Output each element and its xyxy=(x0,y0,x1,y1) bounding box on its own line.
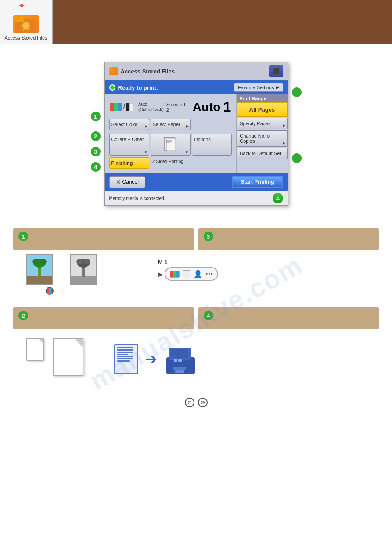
section-3-content: M 1 ▶ 👤 ••• xyxy=(158,259,218,281)
options-label: Options xyxy=(194,137,211,142)
specify-pages-button[interactable]: Specify Pages xyxy=(237,118,287,129)
svg-rect-6 xyxy=(118,103,122,111)
favorite-button[interactable]: Favorite Settings xyxy=(234,83,283,92)
color-indicator-icon xyxy=(47,288,52,294)
m1-dots-icon: ••• xyxy=(206,271,213,277)
doc-line-3 xyxy=(117,352,133,353)
dialog-right-panel: Print Range All Pages Specify Pages Chan… xyxy=(236,94,287,173)
color-image xyxy=(26,254,53,285)
dialog-left-panel: / Auto (Color/Black) Selected: 2 Auto 1 xyxy=(105,94,237,173)
svg-point-19 xyxy=(32,259,40,264)
svg-rect-35 xyxy=(174,359,177,362)
callout-1: 1 xyxy=(91,112,101,121)
slash-divider: / xyxy=(123,103,125,111)
select-color-button[interactable]: Select Color xyxy=(109,119,149,130)
start-printing-label: Start Printing xyxy=(241,179,274,185)
change-copies-button[interactable]: Change No. of Copies xyxy=(237,130,287,147)
section-number-2: 2 xyxy=(18,311,28,320)
section-box-1: 1 xyxy=(13,228,194,250)
status-bar: Ready to print. Favorite Settings xyxy=(105,80,288,94)
document-icon-large xyxy=(114,344,138,374)
color-swatch: / xyxy=(110,103,133,111)
all-pages-label: All Pages xyxy=(249,106,275,113)
doc-line-1 xyxy=(117,347,133,348)
callout-3: 3 xyxy=(91,147,101,156)
m1-label: M 1 xyxy=(158,259,218,265)
m1-icons-box: 👤 ••• xyxy=(165,267,218,281)
page-1-icon: ⊙ xyxy=(187,399,192,406)
printer-svg xyxy=(164,344,197,376)
copies-number: 1 xyxy=(223,99,231,115)
collate-button[interactable]: Collate + Other xyxy=(109,134,149,156)
page-2-indicator[interactable]: ⊚ xyxy=(198,398,208,407)
back-default-label: Back to Default Set xyxy=(240,151,281,156)
pagination-row: ⊙ ⊚ xyxy=(13,398,379,407)
doc-line-4 xyxy=(117,354,128,355)
select-paper-button[interactable]: Select Paper xyxy=(151,119,191,130)
eject-icon: ⏏ xyxy=(275,195,280,201)
dialog-close-button[interactable] xyxy=(269,65,283,77)
dialog-title: Access Stored Files xyxy=(109,67,175,75)
dialog-titlebar: Access Stored Files xyxy=(105,62,288,80)
cancel-label: Cancel xyxy=(122,179,139,185)
svg-rect-5 xyxy=(114,103,118,111)
paper-large-icon xyxy=(53,338,83,376)
m1-arrow-icon: ▶ xyxy=(158,271,163,278)
dialog-title-text: Access Stored Files xyxy=(121,68,175,75)
cancel-x-icon: ✕ xyxy=(116,179,121,185)
svg-rect-1 xyxy=(15,18,24,22)
collate-label: Collate + Other xyxy=(111,137,144,142)
printer-machine-icon xyxy=(164,344,195,374)
eject-button[interactable]: ⏏ xyxy=(273,193,283,203)
page-1-indicator[interactable]: ⊙ xyxy=(185,398,194,407)
section-number-1: 1 xyxy=(18,232,28,241)
callout-2: 2 xyxy=(91,131,101,141)
section-1-content: M 1 ▶ 👤 ••• xyxy=(26,254,379,294)
m1-color-icon xyxy=(170,271,180,278)
folder-svg xyxy=(15,15,36,33)
2sided-label: 2-Sided Printing xyxy=(152,159,183,164)
2sided-button[interactable] xyxy=(151,134,191,156)
cancel-button[interactable]: ✕ Cancel xyxy=(109,176,145,188)
m1-person-icon: 👤 xyxy=(194,270,202,278)
m1-doc-icon xyxy=(183,270,190,278)
svg-rect-23 xyxy=(50,288,52,294)
btn-grid-row2: Collate + Other Options xyxy=(108,132,234,157)
svg-rect-21 xyxy=(47,288,49,294)
options-button[interactable]: Options xyxy=(192,134,232,156)
svg-rect-4 xyxy=(110,103,114,111)
svg-rect-36 xyxy=(178,359,182,362)
svg-rect-9 xyxy=(129,103,133,111)
doc-line-2 xyxy=(117,349,133,351)
selected-label: Selected: 2 xyxy=(166,102,187,112)
select-color-label: Select Color xyxy=(111,122,138,127)
section-2-content xyxy=(26,338,83,376)
btn-grid-row3: Finishing 2-Sided Printing xyxy=(108,157,234,170)
memory-bar: Memory media is connected. ⏏ xyxy=(105,191,288,205)
doc-line-7 xyxy=(117,360,130,362)
all-pages-button[interactable]: All Pages xyxy=(237,102,287,117)
print-arrow-icon: ➔ xyxy=(145,351,157,367)
btn-grid-row1: Select Color Select Paper xyxy=(108,117,234,132)
svg-rect-8 xyxy=(126,103,129,111)
back-default-button[interactable]: Back to Default Set xyxy=(237,148,287,159)
start-printing-button[interactable]: Start Printing xyxy=(232,176,283,188)
svg-point-20 xyxy=(40,259,47,264)
color-photo-thumb xyxy=(26,254,53,294)
palm-bw-svg xyxy=(71,255,96,284)
favorite-label: Favorite Settings xyxy=(238,85,274,90)
status-text: Ready to print. xyxy=(118,84,158,91)
dialog-body: / Auto (Color/Black) Selected: 2 Auto 1 xyxy=(105,94,288,173)
m1-bar: ▶ 👤 ••• xyxy=(158,267,218,281)
header: ✦ Access Stored Files xyxy=(0,0,392,44)
doc-line-5 xyxy=(117,356,133,357)
header-title-bar xyxy=(53,0,392,44)
auto-big-label: Auto xyxy=(193,100,221,114)
finishing-button[interactable]: Finishing xyxy=(109,157,149,169)
callout-4: 4 xyxy=(91,162,101,172)
auto-row: / Auto (Color/Black) Selected: 2 Auto 1 xyxy=(108,97,234,117)
svg-point-28 xyxy=(76,259,83,264)
main-content: manualshive.com Access Stored Files Read… xyxy=(0,44,392,425)
dialog-title-folder-icon xyxy=(109,67,118,75)
callout-right-2 xyxy=(292,153,302,163)
